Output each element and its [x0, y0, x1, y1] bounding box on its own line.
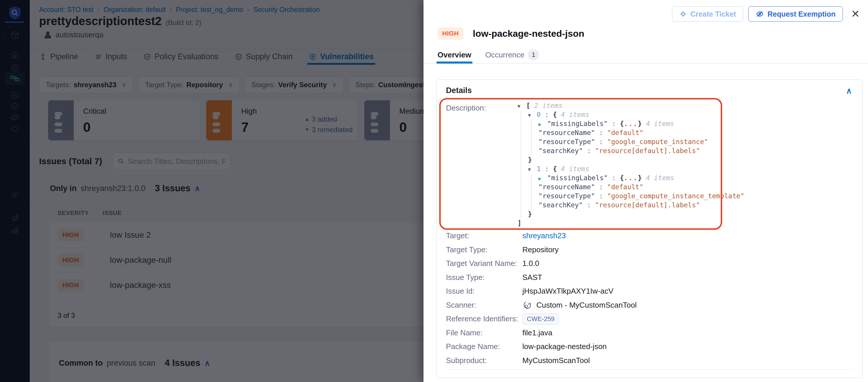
- json-token-br: }: [638, 120, 646, 127]
- json-token-col: :: [595, 129, 607, 136]
- scanner-icon: [522, 300, 532, 310]
- drawer-tab-occurrence[interactable]: Occurrence1: [485, 47, 539, 63]
- json-line: ▼0 : { 4 items: [518, 110, 744, 119]
- json-token-key: "searchKey": [538, 201, 583, 209]
- detail-row-issueid: Issue Id:jHspJaWxTlkpAXY1Iw-acV: [446, 284, 853, 298]
- json-line: ▼1 : { 4 items: [518, 164, 744, 173]
- request-exemption-button[interactable]: Request Exemption: [748, 6, 843, 22]
- json-token-str: "resource[default].labels": [595, 147, 700, 155]
- drawer-tab-label: Occurrence: [485, 51, 524, 60]
- detail-label: Issue Type:: [446, 273, 522, 282]
- detail-value: jHspJaWxTlkpAXY1Iw-acV: [522, 287, 613, 296]
- modal-dim-overlay[interactable]: [0, 0, 424, 382]
- json-token-col: :: [608, 174, 620, 182]
- detail-label: Scanner:: [446, 300, 522, 310]
- detail-row-issuetype: Issue Type:SAST: [446, 270, 853, 285]
- detail-label: File Name:: [446, 328, 522, 338]
- json-token-key: "searchKey": [538, 147, 583, 155]
- detail-value: SAST: [522, 273, 542, 282]
- json-token-str: "google_compute_instance_template": [607, 192, 744, 200]
- json-indent-guide: [531, 173, 532, 210]
- json-token-col: :: [541, 111, 553, 118]
- json-token-key: "resourceName": [538, 183, 595, 191]
- detail-row-referenceidentifiers: Reference Identifiers:CWE-259: [446, 312, 853, 326]
- json-line: ▶"missingLabels" : {...} 4 items: [518, 119, 744, 128]
- json-token-str: "google_compute_instance": [607, 138, 708, 146]
- detail-value: Custom - MyCustomScanTool: [536, 300, 637, 310]
- json-indent-guide: [521, 110, 521, 219]
- drawer-tab-overview[interactable]: Overview: [437, 47, 471, 63]
- close-drawer-icon[interactable]: ✕: [848, 8, 863, 20]
- json-expand-icon[interactable]: ▶: [538, 120, 547, 129]
- request-exemption-label: Request Exemption: [767, 10, 835, 19]
- json-line: "resourceName" : "default": [518, 128, 744, 137]
- json-token-key: "resourceName": [538, 129, 595, 136]
- json-token-idx: 0: [537, 111, 541, 118]
- detail-row-filename: File Name:file1.java: [446, 326, 853, 340]
- json-line: ▶"missingLabels" : {...} 4 items: [518, 173, 744, 183]
- description-json-viewer: ▼[ 2 items▼0 : { 4 items▶"missingLabels"…: [518, 101, 744, 228]
- details-card: Details ∧ Description: ▼[ 2 items▼0 : { …: [436, 79, 863, 378]
- detail-label: Package Name:: [446, 342, 522, 351]
- json-token-key: "missingLabels": [547, 174, 608, 182]
- screen: Account: STO test›Organization: default›…: [0, 0, 868, 382]
- json-line: "resourceType" : "google_compute_instanc…: [518, 192, 744, 201]
- detail-label: Subproduct:: [446, 356, 522, 365]
- detail-row-subproduct: Subproduct:MyCustomScanTool: [446, 354, 853, 368]
- json-line: ]: [518, 219, 744, 228]
- cwe-reference-badge[interactable]: CWE-259: [522, 314, 559, 324]
- ticket-diamond-icon: [679, 10, 687, 18]
- drawer-tab-label: Overview: [437, 51, 471, 60]
- target-link[interactable]: shreyansh23: [522, 231, 566, 240]
- json-token-col: :: [595, 183, 607, 191]
- detail-label: Target Variant Name:: [446, 259, 522, 268]
- details-heading: Details: [446, 86, 472, 95]
- occurrence-count-badge: 1: [528, 49, 539, 60]
- issue-detail-drawer: Create Ticket Request Exemption ✕ HIGH l…: [424, 0, 868, 382]
- json-token-it: 4 items: [561, 111, 589, 118]
- json-expand-icon[interactable]: ▶: [538, 174, 547, 183]
- create-ticket-button[interactable]: Create Ticket: [672, 6, 743, 22]
- detail-value: Repository: [522, 245, 559, 254]
- detail-row-target: Target:shreyansh23: [446, 229, 853, 243]
- json-token-br: {: [620, 174, 624, 182]
- json-token-dot: ...: [624, 120, 638, 127]
- json-line: }: [518, 210, 744, 219]
- issue-title: low-package-nested-json: [473, 28, 584, 39]
- json-token-br: }: [528, 210, 532, 218]
- exemption-eye-slash-icon: [756, 10, 764, 18]
- json-token-idx: 1: [537, 165, 541, 172]
- detail-value: MyCustomScanTool: [522, 356, 590, 365]
- json-token-col: :: [541, 165, 553, 172]
- detail-row-packagename: Package Name:low-package-nested-json: [446, 340, 853, 354]
- json-collapse-icon[interactable]: ▼: [528, 111, 537, 120]
- json-token-br: }: [528, 156, 532, 164]
- json-token-it: 2 items: [534, 102, 563, 109]
- json-token-it: 4 items: [561, 165, 589, 172]
- json-token-col: :: [583, 201, 595, 209]
- json-indent-guide: [531, 119, 532, 155]
- severity-badge: HIGH: [437, 27, 463, 40]
- detail-value: file1.java: [522, 328, 552, 338]
- json-token-it: 4 items: [646, 174, 674, 182]
- json-line: "resourceType" : "google_compute_instanc…: [518, 137, 744, 147]
- detail-label: Reference Identifiers:: [446, 314, 522, 323]
- json-token-br: [: [526, 102, 534, 109]
- collapse-chevron-icon[interactable]: ∧: [846, 86, 852, 96]
- json-token-str: "default": [607, 129, 643, 136]
- json-token-it: 4 items: [646, 120, 674, 127]
- detail-label: Target Type:: [446, 245, 522, 254]
- json-token-br: ]: [518, 219, 522, 227]
- detail-row-scanner: Scanner:Custom - MyCustomScanTool: [446, 298, 853, 312]
- description-label: Description:: [446, 103, 486, 113]
- json-collapse-icon[interactable]: ▼: [518, 102, 526, 111]
- json-token-key: "resourceType": [538, 192, 595, 200]
- json-line: "searchKey" : "resource[default].labels": [518, 201, 744, 210]
- json-token-str: "resource[default].labels": [595, 201, 700, 209]
- json-line: "searchKey" : "resource[default].labels": [518, 147, 744, 155]
- create-ticket-label: Create Ticket: [690, 10, 736, 19]
- detail-label: Issue Id:: [446, 287, 522, 296]
- detail-value: low-package-nested-json: [522, 342, 607, 351]
- json-line: "resourceName" : "default": [518, 183, 744, 192]
- json-collapse-icon[interactable]: ▼: [528, 165, 537, 174]
